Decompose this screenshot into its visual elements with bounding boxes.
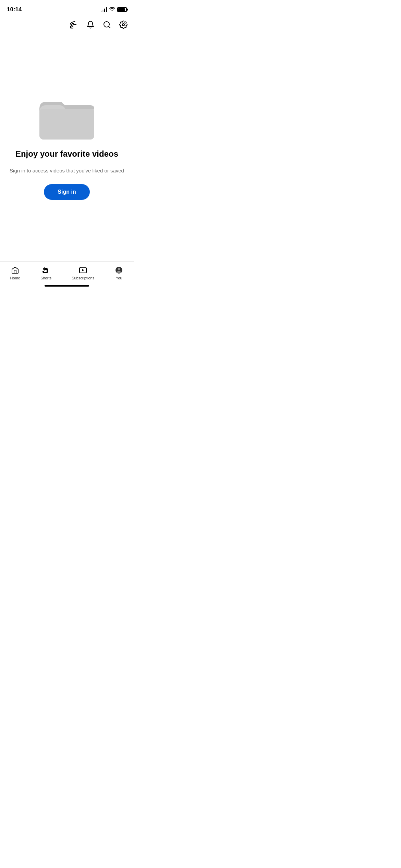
page-subtitle: Sign in to access videos that you've lik… <box>10 167 124 175</box>
nav-item-home[interactable]: Home <box>5 264 26 283</box>
status-time: 10:14 <box>7 6 22 13</box>
header <box>0 17 134 34</box>
home-indicator <box>45 285 89 287</box>
subscriptions-label: Subscriptions <box>72 276 94 280</box>
you-icon <box>114 266 123 275</box>
nav-item-you[interactable]: You <box>109 264 129 283</box>
battery-icon <box>117 7 127 12</box>
subscriptions-icon <box>78 266 87 275</box>
you-label: You <box>116 276 122 280</box>
cast-icon[interactable] <box>69 20 79 29</box>
home-icon <box>11 266 20 275</box>
status-icons <box>101 7 127 13</box>
nav-item-shorts[interactable]: Shorts <box>35 264 57 283</box>
page-title: Enjoy your favorite videos <box>15 149 118 159</box>
svg-rect-5 <box>39 109 94 140</box>
svg-marker-7 <box>82 269 84 271</box>
folder-icon <box>39 95 94 141</box>
svg-point-11 <box>118 268 120 270</box>
shorts-label: Shorts <box>40 276 51 280</box>
sign-in-button[interactable]: Sign in <box>44 184 89 200</box>
status-bar: 10:14 <box>0 0 134 17</box>
bottom-nav: Home Shorts Subscriptions <box>0 261 134 283</box>
search-icon[interactable] <box>102 20 112 29</box>
settings-icon[interactable] <box>119 20 128 29</box>
signal-bars-icon <box>101 7 107 12</box>
shorts-icon <box>41 266 50 275</box>
main-content: Enjoy your favorite videos Sign in to ac… <box>0 34 134 261</box>
nav-item-subscriptions[interactable]: Subscriptions <box>66 264 100 283</box>
wifi-icon <box>109 7 115 13</box>
bell-icon[interactable] <box>86 20 95 29</box>
home-label: Home <box>10 276 20 280</box>
svg-point-3 <box>122 24 124 26</box>
svg-line-2 <box>109 26 110 28</box>
